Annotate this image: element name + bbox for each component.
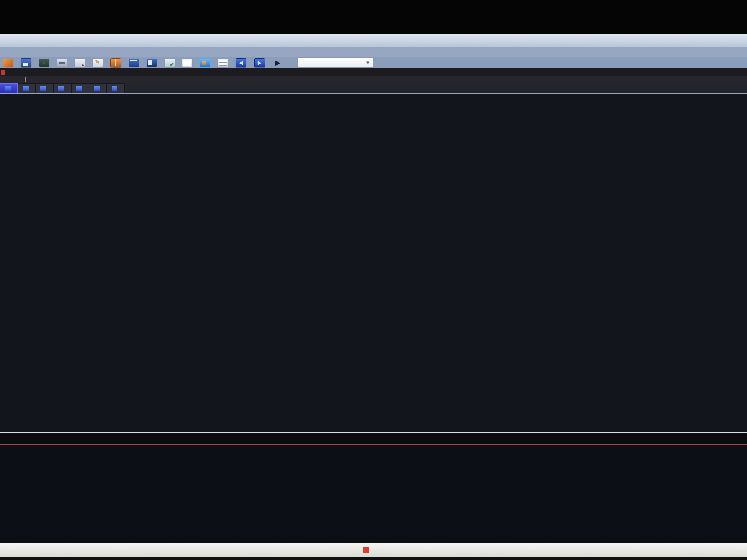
save-icon[interactable] [21,58,31,67]
screen-bezel-top [0,0,747,34]
time-axis[interactable] [0,432,747,444]
nav-back-icon[interactable] [236,58,246,67]
divider [25,77,26,82]
tab-drive-by-wire[interactable] [71,83,89,93]
data-pane-header [0,76,747,83]
form-icon[interactable] [147,59,157,67]
menu-bar [0,47,747,57]
tab-number-badge [94,86,100,91]
file-info-bar [0,68,747,76]
overlay-active-icon[interactable] [200,59,210,67]
playback-speed-select[interactable]: ▼ [297,57,374,68]
tab-spare1[interactable] [89,83,107,93]
chart-check-icon[interactable] [165,59,175,67]
grid-icon[interactable] [182,59,192,67]
tab-number-badge [40,86,46,91]
tab-general[interactable] [0,83,18,93]
workbook-icon[interactable] [110,58,121,67]
values-grid-icon[interactable] [218,59,228,67]
export-icon[interactable] [39,59,49,67]
tab-mixture-map[interactable] [36,83,53,93]
tab-rpm-histogram[interactable] [53,83,71,93]
print-preview-icon[interactable] [75,59,85,67]
chevron-down-icon: ▼ [365,60,370,66]
tab-number-badge [5,86,11,91]
log-file-icon [1,70,5,75]
table-icon[interactable] [129,59,139,67]
tab-number-badge [23,86,29,91]
toolbar: ▼ [0,57,747,68]
nav-forward-icon[interactable] [254,58,265,67]
screen-bezel-bottom [0,557,747,560]
open-icon[interactable] [3,59,13,67]
window-title-bar [0,34,747,47]
tab-number-badge [76,86,82,91]
worksheet-tab-bar [0,83,747,93]
print-icon[interactable] [57,59,67,67]
play-icon[interactable] [273,59,283,67]
tab-fuel-ign[interactable] [18,83,36,93]
tab-number-badge [58,86,64,91]
tab-number-badge [112,86,117,91]
tab-spare2[interactable] [107,83,124,93]
edit-icon[interactable] [93,59,103,67]
time-channel-icon [363,547,369,553]
time-distance-graph[interactable] [0,93,747,433]
status-bar [0,543,747,557]
gauge-strip [0,445,747,543]
